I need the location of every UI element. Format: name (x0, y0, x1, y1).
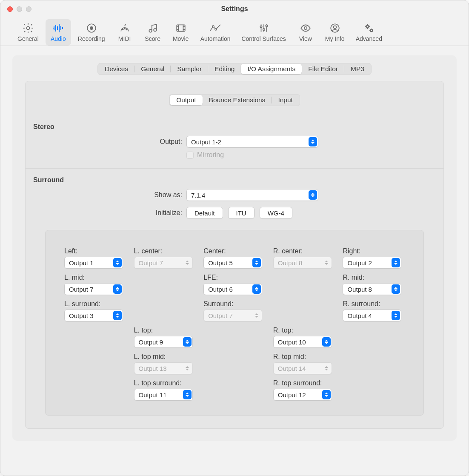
channel-r-mid: R. mid:Output 8 (343, 270, 405, 295)
toolbar-movie[interactable]: Movie (168, 19, 194, 46)
toolbar-control-surfaces[interactable]: Control Surfaces (237, 19, 290, 46)
toolbar-audio[interactable]: Audio (46, 19, 71, 46)
titlebar: Settings (0, 0, 469, 17)
subtab-input[interactable]: Input (272, 95, 299, 105)
updown-arrows-icon (183, 337, 192, 347)
updown-arrows-icon (113, 284, 122, 294)
init-itu-button[interactable]: ITU (228, 207, 255, 219)
init-default-button[interactable]: Default (186, 207, 223, 219)
zoom-window[interactable] (26, 6, 31, 12)
my-info-icon (328, 22, 342, 34)
channel-value: Output 2 (347, 259, 372, 267)
channel-l-mid: L. mid:Output 7 (64, 270, 126, 295)
tab-editing[interactable]: Editing (208, 64, 241, 74)
channel-l-top-popup[interactable]: Output 9 (134, 336, 193, 348)
channel-r-top: R. top:Output 10 (273, 322, 335, 348)
channel-value: Output 6 (208, 286, 233, 293)
advanced-icon (362, 22, 376, 34)
recording-icon (85, 22, 98, 34)
channel-r-top-popup[interactable]: Output 10 (273, 336, 332, 348)
tab-general[interactable]: General (134, 64, 171, 74)
panel: DevicesGeneralSamplerEditingI/O Assignme… (12, 55, 457, 441)
channel-r-top-surround-popup[interactable]: Output 12 (273, 389, 332, 401)
channel-l-mid-popup[interactable]: Output 7 (64, 283, 123, 295)
channel-value: Output 12 (278, 391, 306, 399)
toolbar-label: Automation (200, 35, 231, 42)
channel-value: Output 1 (69, 259, 94, 267)
channel-grid: Left:Output 1L. center:Output 7Center:Ou… (45, 230, 424, 416)
channel-label: Center: (203, 247, 266, 255)
channel-value: Output 8 (347, 286, 372, 293)
toolbar-view[interactable]: View (293, 19, 318, 46)
channel-label: L. top surround: (134, 379, 196, 387)
mirroring-checkbox[interactable] (186, 152, 194, 159)
svg-point-9 (212, 26, 214, 27)
toolbar-label: View (299, 35, 312, 42)
updown-arrows-icon (322, 364, 331, 373)
svg-point-17 (366, 26, 369, 28)
toolbar-midi[interactable]: MIDI (112, 19, 137, 46)
channel-center: Center:Output 5 (203, 243, 266, 269)
minimize-window[interactable] (17, 6, 22, 12)
channel-r-top-mid: R. top mid:Output 14 (273, 349, 335, 374)
channel-l-top: L. top:Output 9 (134, 322, 196, 348)
toolbar-label: General (17, 35, 39, 42)
tab-file-editor[interactable]: File Editor (302, 64, 344, 74)
toolbar-score[interactable]: Score (140, 19, 166, 46)
channel-left-popup[interactable]: Output 1 (64, 257, 123, 269)
tab-i-o-assignments[interactable]: I/O Assignments (241, 64, 302, 74)
toolbar-label: Advanced (356, 35, 382, 42)
svg-point-13 (266, 25, 267, 26)
close-window[interactable] (7, 6, 13, 12)
channel-value: Output 3 (69, 312, 94, 319)
channel-right-popup[interactable]: Output 2 (343, 257, 401, 269)
subtab-bounce-extensions[interactable]: Bounce Extensions (203, 95, 272, 105)
toolbar-general[interactable]: General (13, 19, 43, 46)
channel-l-top-surround-popup[interactable]: Output 11 (134, 389, 193, 401)
svg-point-11 (260, 26, 262, 28)
svg-point-12 (263, 29, 264, 30)
toolbar-recording[interactable]: Recording (74, 19, 109, 46)
channel-l-center-popup: Output 7 (134, 257, 193, 269)
channel-value: Output 7 (69, 286, 94, 293)
updown-arrows-icon (309, 137, 317, 146)
view-icon (299, 22, 312, 34)
separator (26, 168, 443, 169)
channel-value: Output 4 (347, 312, 372, 319)
updown-arrows-icon (322, 258, 331, 267)
showas-popup[interactable]: 7.1.4 (186, 189, 318, 201)
body: DevicesGeneralSamplerEditingI/O Assignme… (0, 46, 469, 476)
toolbar-advanced[interactable]: Advanced (352, 19, 386, 46)
settings-toolbar: GeneralAudioRecordingMIDIScoreMovieAutom… (0, 17, 469, 46)
top-tabs: DevicesGeneralSamplerEditingI/O Assignme… (97, 63, 372, 75)
updown-arrows-icon (322, 390, 331, 399)
midi-icon (118, 22, 132, 34)
channel-right: Right:Output 2 (343, 243, 405, 269)
channel-r-surround-popup[interactable]: Output 4 (343, 310, 401, 321)
score-icon (146, 22, 160, 34)
channel-value: Output 7 (208, 312, 233, 319)
init-wg-4-button[interactable]: WG-4 (260, 207, 292, 219)
tab-mp3[interactable]: MP3 (344, 64, 371, 74)
sub-tabs: OutputBounce ExtensionsInput (169, 94, 300, 106)
toolbar-label: Audio (51, 35, 66, 42)
toolbar-automation[interactable]: Automation (196, 19, 235, 46)
tab-devices[interactable]: Devices (98, 64, 134, 74)
toolbar-my-info[interactable]: My Info (321, 19, 349, 46)
channel-l-center: L. center:Output 7 (134, 243, 196, 269)
channel-r-mid-popup[interactable]: Output 8 (343, 283, 401, 295)
subtab-output[interactable]: Output (170, 95, 203, 105)
channel-label: Right: (343, 247, 405, 255)
tab-sampler[interactable]: Sampler (171, 64, 208, 74)
channel-l-surround-popup[interactable]: Output 3 (64, 310, 123, 321)
channel-label: R. mid: (343, 274, 405, 281)
stereo-output-popup[interactable]: Output 1-2 (186, 136, 318, 148)
channel-value: Output 14 (278, 365, 306, 372)
updown-arrows-icon (392, 311, 400, 320)
toolbar-label: MIDI (118, 35, 131, 42)
toolbar-label: Movie (173, 35, 189, 42)
showas-label: Show as: (26, 191, 186, 199)
channel-center-popup[interactable]: Output 5 (203, 257, 262, 269)
channel-lfe-popup[interactable]: Output 6 (203, 283, 262, 295)
channel-surround: Surround:Output 7 (203, 296, 266, 321)
